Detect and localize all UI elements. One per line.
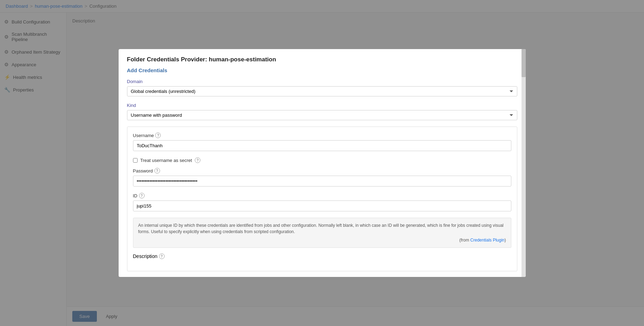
modal-subtitle: Add Credentials — [127, 64, 517, 73]
credentials-plugin-link[interactable]: Credentials Plugin — [470, 238, 504, 243]
username-label-row: Username ? — [133, 133, 511, 138]
kind-select[interactable]: Username with password SSH Username with… — [127, 110, 517, 120]
id-info-box: An internal unique ID by which these cre… — [133, 218, 511, 248]
id-description-text: An internal unique ID by which these cre… — [138, 223, 504, 234]
id-label-row: ID ? — [133, 193, 511, 198]
modal-body: Domain Global credentials (unrestricted)… — [119, 73, 526, 277]
domain-select[interactable]: Global credentials (unrestricted) System… — [127, 86, 517, 96]
credentials-modal: Folder Credentials Provider: human-pose-… — [119, 49, 526, 277]
password-help-icon[interactable]: ? — [154, 168, 160, 174]
treat-username-label: Treat username as secret — [140, 158, 192, 163]
username-input[interactable] — [133, 140, 511, 151]
credentials-section: Username ? Treat username as secret ? Pa… — [127, 127, 517, 271]
id-input[interactable] — [133, 201, 511, 211]
password-field-group: Password ? — [133, 168, 511, 186]
id-help-icon[interactable]: ? — [139, 193, 145, 198]
modal-scrollbar[interactable] — [522, 49, 526, 277]
domain-label: Domain — [127, 79, 517, 84]
modal-header: Folder Credentials Provider: human-pose-… — [119, 49, 526, 73]
password-input[interactable] — [133, 176, 511, 186]
treat-username-checkbox[interactable] — [133, 158, 138, 163]
modal-title: Folder Credentials Provider: human-pose-… — [127, 56, 517, 63]
kind-field-group: Kind Username with password SSH Username… — [127, 103, 517, 120]
password-label: Password — [133, 168, 153, 174]
plugin-from-line: (from Credentials Plugin) — [138, 237, 506, 243]
kind-label: Kind — [127, 103, 517, 108]
id-field-group: ID ? — [133, 193, 511, 211]
treat-username-row: Treat username as secret ? — [133, 157, 511, 163]
modal-scrollbar-thumb[interactable] — [522, 49, 526, 77]
description-label: Description — [133, 253, 158, 259]
description-field-group: Description ? — [133, 253, 511, 259]
username-field-group: Username ? — [133, 133, 511, 151]
description-help-icon[interactable]: ? — [159, 253, 165, 259]
domain-field-group: Domain Global credentials (unrestricted)… — [127, 79, 517, 96]
username-label: Username — [133, 133, 154, 138]
password-label-row: Password ? — [133, 168, 511, 174]
username-help-icon[interactable]: ? — [155, 133, 161, 138]
from-close: ) — [505, 238, 506, 243]
treat-username-help-icon[interactable]: ? — [195, 157, 200, 163]
id-label: ID — [133, 193, 138, 198]
from-text: (from — [459, 238, 470, 243]
